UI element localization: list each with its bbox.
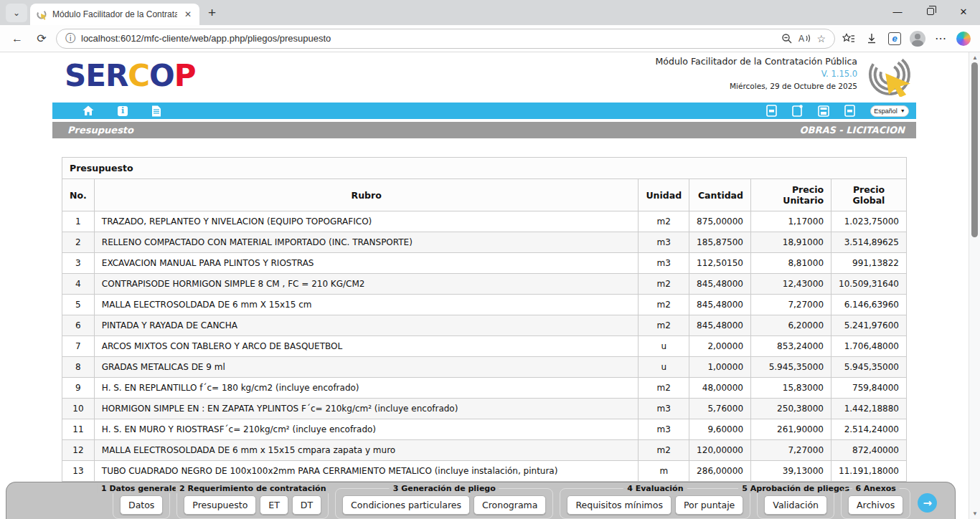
wizard-button-requisitos-m-nimos[interactable]: Requisitos mínimos xyxy=(567,495,672,515)
save-icon[interactable] xyxy=(818,105,829,117)
cell-rubro: MALLA ELECTROSOLDADA DE 6 mm x 15x15 cmp… xyxy=(94,440,639,461)
site-info-icon[interactable]: ⓘ xyxy=(65,32,75,45)
browser-tab[interactable]: Módulo Facilitador de la Contrata ✕ xyxy=(30,4,199,25)
favorite-star-icon[interactable]: ☆ xyxy=(816,33,826,44)
column-header-no: No. xyxy=(62,179,95,211)
column-header-pu: Precio Unitario xyxy=(751,179,831,211)
cell-unidad: m xyxy=(639,461,689,482)
page-scrollbar[interactable]: ▲ ▼ xyxy=(969,52,980,519)
cell-rubro: GRADAS METALICAS DE 9 ml xyxy=(94,357,639,378)
wizard-group-legend: 5 Aprobación de pliegos xyxy=(738,484,853,493)
profile-avatar[interactable] xyxy=(908,31,927,47)
cell-precio-global: 1.706,48000 xyxy=(831,336,907,357)
wizard-group-legend: 6 Anexos xyxy=(852,484,900,493)
section-title: Presupuesto xyxy=(67,125,133,135)
cell-precio-global: 2.514,24000 xyxy=(831,419,907,440)
home-icon[interactable] xyxy=(83,105,94,116)
cell-unidad: m2 xyxy=(639,295,689,315)
table-row: 11H. S. EN MURO Y RIOSTRASF´c= 210kg/cm²… xyxy=(62,419,907,440)
zoom-out-icon[interactable] xyxy=(781,33,793,44)
cell-cantidad: 185,87500 xyxy=(689,232,751,253)
ie-mode-icon[interactable]: e xyxy=(885,32,904,45)
table-row: 9H. S. EN REPLANTILLO f´c= 180 kg/cm2 (i… xyxy=(62,378,907,399)
sercop-logo: SERCOP xyxy=(65,58,196,93)
wizard-button-et[interactable]: ET xyxy=(260,495,288,515)
cell-precio-global: 5.241,97600 xyxy=(831,315,907,336)
document-icon[interactable] xyxy=(151,105,161,117)
next-step-button[interactable]: → xyxy=(918,493,937,513)
collections-icon[interactable] xyxy=(839,33,858,44)
toolbar-left-icons: i xyxy=(83,105,161,117)
cell-precio-global: 11.191,18000 xyxy=(831,461,907,482)
wizard-button-presupuesto[interactable]: Presupuesto xyxy=(184,495,256,515)
scrollbar-down-icon[interactable]: ▼ xyxy=(969,510,980,517)
cell-no: 6 xyxy=(62,315,95,336)
table-row: 6PINTADA Y RAYADA DE CANCHAm2845,480006,… xyxy=(62,315,907,336)
language-select[interactable]: Español ▼ xyxy=(870,105,909,117)
wizard-button-archivos[interactable]: Archivos xyxy=(848,495,903,515)
scrollbar-up-icon[interactable]: ▲ xyxy=(969,54,980,61)
close-button[interactable]: ✕ xyxy=(947,0,980,23)
cell-rubro: EXCAVACION MANUAL PARA PLINTOS Y RIOSTRA… xyxy=(94,253,639,274)
cell-precio-global: 6.146,63960 xyxy=(831,295,907,315)
cell-unidad: m3 xyxy=(639,419,689,440)
wizard-button-condiciones-particulares[interactable]: Condiciones particulares xyxy=(342,495,470,515)
cell-no: 2 xyxy=(62,232,95,253)
read-aloud-icon[interactable]: A xyxy=(798,33,811,44)
table-header-row: No.RubroUnidadCantidadPrecio UnitarioPre… xyxy=(62,179,907,211)
cell-precio-unitario: 853,24000 xyxy=(751,336,831,357)
cell-no: 12 xyxy=(62,440,95,461)
wizard-button-por-puntaje[interactable]: Por puntaje xyxy=(675,495,743,515)
wizard-button-dt[interactable]: DT xyxy=(292,495,321,515)
new-tab-button[interactable]: + xyxy=(208,5,216,21)
cell-rubro: TUBO CUADRADO NEGRO DE 100x100x2mm PARA … xyxy=(94,461,639,482)
cell-rubro: H. S. EN MURO Y RIOSTRASF´c= 210kg/cm² (… xyxy=(94,419,639,440)
wizard-bar: 1 Datos generalesDatos2 Requerimiento de… xyxy=(6,482,956,519)
window-controls: — ✕ xyxy=(881,0,980,23)
column-header-pg: Precio Global xyxy=(831,179,907,211)
wizard-button-cronograma[interactable]: Cronograma xyxy=(473,495,546,515)
cell-precio-global: 3.514,89625 xyxy=(831,232,907,253)
downloads-icon[interactable] xyxy=(862,33,881,44)
back-icon[interactable]: ← xyxy=(7,32,27,45)
cell-precio-unitario: 261,90000 xyxy=(751,419,831,440)
more-menu-icon[interactable]: ⋯ xyxy=(931,32,950,45)
cell-unidad: m3 xyxy=(639,232,689,253)
wizard-group: 3 Generación de pliegoCondiciones partic… xyxy=(335,488,553,519)
new-document-icon[interactable] xyxy=(792,105,803,117)
mfc-swirl-logo xyxy=(860,55,916,97)
blue-toolbar: i Español ▼ xyxy=(52,103,916,119)
tab-search-button[interactable]: ⌄ xyxy=(6,4,27,22)
restore-button[interactable] xyxy=(914,0,947,23)
restore-icon xyxy=(927,8,934,15)
cell-precio-unitario: 6,20000 xyxy=(751,315,831,336)
cell-rubro: HORMIGON SIMPLE EN : EN ZAPATA YPLINTOS … xyxy=(94,399,639,419)
url-text[interactable]: localhost:6012/mfc-cliente/web/app.php/p… xyxy=(81,33,776,44)
cell-cantidad: 845,48000 xyxy=(689,295,751,315)
budget-table: Presupuesto No.RubroUnidadCantidadPrecio… xyxy=(62,157,907,482)
minimize-button[interactable]: — xyxy=(881,0,914,23)
header-info: Módulo Facilitador de la Contratación Pú… xyxy=(656,56,857,90)
wizard-group-legend: 1 Datos generales xyxy=(98,484,185,493)
url-field[interactable]: ⓘ localhost:6012/mfc-cliente/web/app.php… xyxy=(56,29,835,49)
wizard-button-datos[interactable]: Datos xyxy=(120,495,163,515)
info-icon[interactable]: i xyxy=(118,106,128,116)
column-header-cant: Cantidad xyxy=(689,179,751,211)
pdf-file-icon[interactable] xyxy=(844,105,855,117)
tab-close-icon[interactable]: ✕ xyxy=(182,9,194,19)
copilot-icon[interactable] xyxy=(954,32,973,46)
cell-precio-global: 991,13822 xyxy=(831,253,907,274)
cell-unidad: m2 xyxy=(639,378,689,399)
cell-precio-global: 5.945,35000 xyxy=(831,357,907,378)
scrollbar-thumb[interactable] xyxy=(971,62,978,237)
pdf-export-icon[interactable] xyxy=(766,105,777,117)
cell-precio-global: 10.509,31640 xyxy=(831,274,907,295)
table-row: 4CONTRAPISODE HORMIGON SIMPLE 8 CM , FC … xyxy=(62,274,907,295)
wizard-button-validaci-n[interactable]: Validación xyxy=(764,495,827,515)
cell-unidad: m3 xyxy=(639,399,689,419)
refresh-icon[interactable]: ⟳ xyxy=(32,32,52,45)
wizard-group: 1 Datos generalesDatos xyxy=(113,488,170,519)
table-row: 13TUBO CUADRADO NEGRO DE 100x100x2mm PAR… xyxy=(62,461,907,482)
section-title-bar: Presupuesto OBRAS - LICITACION xyxy=(52,122,916,138)
cell-cantidad: 48,00000 xyxy=(689,378,751,399)
